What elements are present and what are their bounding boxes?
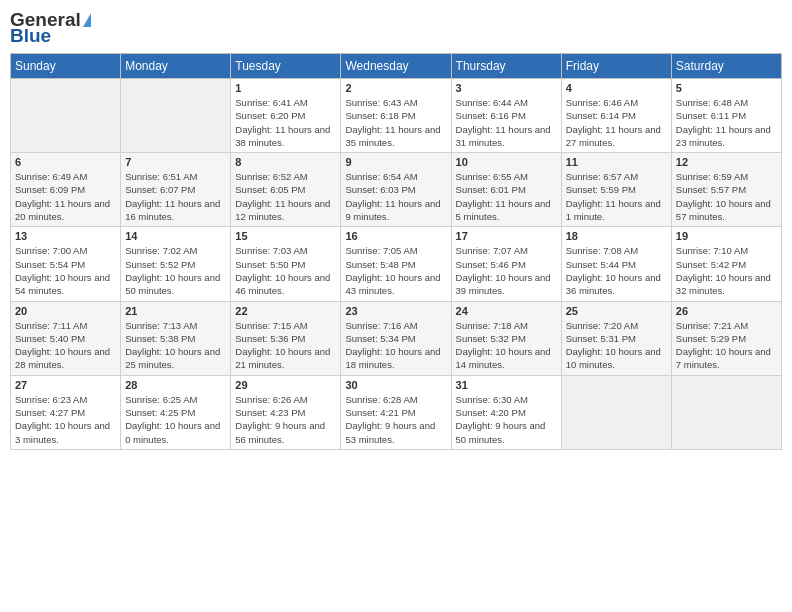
day-info: Sunrise: 6:54 AM Sunset: 6:03 PM Dayligh… bbox=[345, 171, 440, 222]
day-info: Sunrise: 7:07 AM Sunset: 5:46 PM Dayligh… bbox=[456, 245, 551, 296]
calendar-cell: 12Sunrise: 6:59 AM Sunset: 5:57 PM Dayli… bbox=[671, 153, 781, 227]
calendar-cell: 13Sunrise: 7:00 AM Sunset: 5:54 PM Dayli… bbox=[11, 227, 121, 301]
day-info: Sunrise: 6:44 AM Sunset: 6:16 PM Dayligh… bbox=[456, 97, 551, 148]
day-info: Sunrise: 6:52 AM Sunset: 6:05 PM Dayligh… bbox=[235, 171, 330, 222]
calendar-table: SundayMondayTuesdayWednesdayThursdayFrid… bbox=[10, 53, 782, 450]
day-number: 24 bbox=[456, 305, 557, 317]
column-header-tuesday: Tuesday bbox=[231, 54, 341, 79]
day-number: 30 bbox=[345, 379, 446, 391]
column-header-wednesday: Wednesday bbox=[341, 54, 451, 79]
day-info: Sunrise: 7:02 AM Sunset: 5:52 PM Dayligh… bbox=[125, 245, 220, 296]
day-info: Sunrise: 7:16 AM Sunset: 5:34 PM Dayligh… bbox=[345, 320, 440, 371]
calendar-cell: 29Sunrise: 6:26 AM Sunset: 4:23 PM Dayli… bbox=[231, 375, 341, 449]
day-number: 14 bbox=[125, 230, 226, 242]
day-number: 20 bbox=[15, 305, 116, 317]
calendar-cell: 6Sunrise: 6:49 AM Sunset: 6:09 PM Daylig… bbox=[11, 153, 121, 227]
day-number: 5 bbox=[676, 82, 777, 94]
calendar-cell: 19Sunrise: 7:10 AM Sunset: 5:42 PM Dayli… bbox=[671, 227, 781, 301]
calendar-week-row: 20Sunrise: 7:11 AM Sunset: 5:40 PM Dayli… bbox=[11, 301, 782, 375]
day-number: 27 bbox=[15, 379, 116, 391]
day-info: Sunrise: 6:25 AM Sunset: 4:25 PM Dayligh… bbox=[125, 394, 220, 445]
column-header-saturday: Saturday bbox=[671, 54, 781, 79]
calendar-cell: 5Sunrise: 6:48 AM Sunset: 6:11 PM Daylig… bbox=[671, 79, 781, 153]
calendar-cell: 17Sunrise: 7:07 AM Sunset: 5:46 PM Dayli… bbox=[451, 227, 561, 301]
calendar-cell: 10Sunrise: 6:55 AM Sunset: 6:01 PM Dayli… bbox=[451, 153, 561, 227]
calendar-cell: 25Sunrise: 7:20 AM Sunset: 5:31 PM Dayli… bbox=[561, 301, 671, 375]
day-info: Sunrise: 6:59 AM Sunset: 5:57 PM Dayligh… bbox=[676, 171, 771, 222]
calendar-cell: 23Sunrise: 7:16 AM Sunset: 5:34 PM Dayli… bbox=[341, 301, 451, 375]
calendar-cell: 28Sunrise: 6:25 AM Sunset: 4:25 PM Dayli… bbox=[121, 375, 231, 449]
day-number: 11 bbox=[566, 156, 667, 168]
calendar-cell: 4Sunrise: 6:46 AM Sunset: 6:14 PM Daylig… bbox=[561, 79, 671, 153]
day-number: 22 bbox=[235, 305, 336, 317]
calendar-cell: 20Sunrise: 7:11 AM Sunset: 5:40 PM Dayli… bbox=[11, 301, 121, 375]
day-number: 29 bbox=[235, 379, 336, 391]
day-info: Sunrise: 7:20 AM Sunset: 5:31 PM Dayligh… bbox=[566, 320, 661, 371]
day-number: 8 bbox=[235, 156, 336, 168]
day-number: 7 bbox=[125, 156, 226, 168]
day-info: Sunrise: 6:30 AM Sunset: 4:20 PM Dayligh… bbox=[456, 394, 546, 445]
day-info: Sunrise: 7:18 AM Sunset: 5:32 PM Dayligh… bbox=[456, 320, 551, 371]
calendar-cell bbox=[671, 375, 781, 449]
day-info: Sunrise: 7:08 AM Sunset: 5:44 PM Dayligh… bbox=[566, 245, 661, 296]
calendar-week-row: 13Sunrise: 7:00 AM Sunset: 5:54 PM Dayli… bbox=[11, 227, 782, 301]
calendar-cell: 9Sunrise: 6:54 AM Sunset: 6:03 PM Daylig… bbox=[341, 153, 451, 227]
day-number: 16 bbox=[345, 230, 446, 242]
day-number: 12 bbox=[676, 156, 777, 168]
calendar-cell: 8Sunrise: 6:52 AM Sunset: 6:05 PM Daylig… bbox=[231, 153, 341, 227]
calendar-cell: 7Sunrise: 6:51 AM Sunset: 6:07 PM Daylig… bbox=[121, 153, 231, 227]
calendar-cell: 15Sunrise: 7:03 AM Sunset: 5:50 PM Dayli… bbox=[231, 227, 341, 301]
day-info: Sunrise: 6:43 AM Sunset: 6:18 PM Dayligh… bbox=[345, 97, 440, 148]
day-info: Sunrise: 6:57 AM Sunset: 5:59 PM Dayligh… bbox=[566, 171, 661, 222]
day-number: 4 bbox=[566, 82, 667, 94]
column-header-monday: Monday bbox=[121, 54, 231, 79]
day-info: Sunrise: 6:51 AM Sunset: 6:07 PM Dayligh… bbox=[125, 171, 220, 222]
day-info: Sunrise: 6:46 AM Sunset: 6:14 PM Dayligh… bbox=[566, 97, 661, 148]
day-info: Sunrise: 6:23 AM Sunset: 4:27 PM Dayligh… bbox=[15, 394, 110, 445]
calendar-cell: 18Sunrise: 7:08 AM Sunset: 5:44 PM Dayli… bbox=[561, 227, 671, 301]
day-info: Sunrise: 6:28 AM Sunset: 4:21 PM Dayligh… bbox=[345, 394, 435, 445]
day-number: 1 bbox=[235, 82, 336, 94]
day-info: Sunrise: 7:15 AM Sunset: 5:36 PM Dayligh… bbox=[235, 320, 330, 371]
calendar-cell: 2Sunrise: 6:43 AM Sunset: 6:18 PM Daylig… bbox=[341, 79, 451, 153]
day-number: 23 bbox=[345, 305, 446, 317]
day-number: 3 bbox=[456, 82, 557, 94]
column-header-thursday: Thursday bbox=[451, 54, 561, 79]
day-number: 13 bbox=[15, 230, 116, 242]
calendar-cell: 11Sunrise: 6:57 AM Sunset: 5:59 PM Dayli… bbox=[561, 153, 671, 227]
day-number: 6 bbox=[15, 156, 116, 168]
day-info: Sunrise: 6:41 AM Sunset: 6:20 PM Dayligh… bbox=[235, 97, 330, 148]
day-info: Sunrise: 7:05 AM Sunset: 5:48 PM Dayligh… bbox=[345, 245, 440, 296]
day-number: 19 bbox=[676, 230, 777, 242]
day-info: Sunrise: 7:13 AM Sunset: 5:38 PM Dayligh… bbox=[125, 320, 220, 371]
logo: General Blue bbox=[10, 10, 91, 45]
calendar-cell: 1Sunrise: 6:41 AM Sunset: 6:20 PM Daylig… bbox=[231, 79, 341, 153]
day-number: 9 bbox=[345, 156, 446, 168]
calendar-week-row: 6Sunrise: 6:49 AM Sunset: 6:09 PM Daylig… bbox=[11, 153, 782, 227]
day-number: 21 bbox=[125, 305, 226, 317]
column-header-sunday: Sunday bbox=[11, 54, 121, 79]
calendar-cell: 21Sunrise: 7:13 AM Sunset: 5:38 PM Dayli… bbox=[121, 301, 231, 375]
calendar-week-row: 27Sunrise: 6:23 AM Sunset: 4:27 PM Dayli… bbox=[11, 375, 782, 449]
day-number: 26 bbox=[676, 305, 777, 317]
day-info: Sunrise: 6:55 AM Sunset: 6:01 PM Dayligh… bbox=[456, 171, 551, 222]
day-info: Sunrise: 7:21 AM Sunset: 5:29 PM Dayligh… bbox=[676, 320, 771, 371]
calendar-cell: 16Sunrise: 7:05 AM Sunset: 5:48 PM Dayli… bbox=[341, 227, 451, 301]
calendar-cell: 22Sunrise: 7:15 AM Sunset: 5:36 PM Dayli… bbox=[231, 301, 341, 375]
calendar-cell: 26Sunrise: 7:21 AM Sunset: 5:29 PM Dayli… bbox=[671, 301, 781, 375]
calendar-cell: 30Sunrise: 6:28 AM Sunset: 4:21 PM Dayli… bbox=[341, 375, 451, 449]
calendar-cell: 3Sunrise: 6:44 AM Sunset: 6:16 PM Daylig… bbox=[451, 79, 561, 153]
day-number: 25 bbox=[566, 305, 667, 317]
day-info: Sunrise: 7:03 AM Sunset: 5:50 PM Dayligh… bbox=[235, 245, 330, 296]
calendar-cell bbox=[121, 79, 231, 153]
calendar-cell: 31Sunrise: 6:30 AM Sunset: 4:20 PM Dayli… bbox=[451, 375, 561, 449]
day-info: Sunrise: 7:00 AM Sunset: 5:54 PM Dayligh… bbox=[15, 245, 110, 296]
day-number: 28 bbox=[125, 379, 226, 391]
day-info: Sunrise: 7:10 AM Sunset: 5:42 PM Dayligh… bbox=[676, 245, 771, 296]
calendar-cell: 27Sunrise: 6:23 AM Sunset: 4:27 PM Dayli… bbox=[11, 375, 121, 449]
day-number: 18 bbox=[566, 230, 667, 242]
calendar-cell bbox=[561, 375, 671, 449]
logo-blue: Blue bbox=[10, 26, 91, 45]
day-number: 31 bbox=[456, 379, 557, 391]
day-info: Sunrise: 6:26 AM Sunset: 4:23 PM Dayligh… bbox=[235, 394, 325, 445]
